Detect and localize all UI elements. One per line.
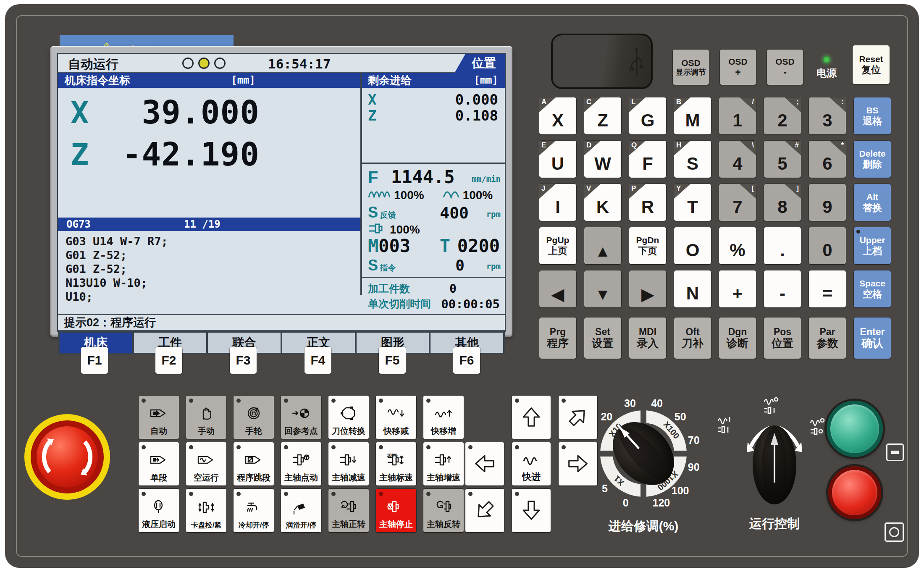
key-s[interactable]: SH (674, 141, 711, 178)
key-alt[interactable]: Alt替换 (854, 184, 891, 221)
arrow-left-key[interactable] (465, 442, 504, 485)
fn-key-enter[interactable]: Enter确认 (854, 317, 891, 359)
function-key-f6[interactable]: F6 (453, 347, 480, 374)
single-block-button[interactable]: 单段 (139, 442, 179, 485)
key-symbol[interactable]: = (809, 270, 846, 307)
key-cursor-down[interactable]: ▼ (584, 270, 621, 307)
key-o[interactable]: O (674, 227, 711, 264)
function-key-f5[interactable]: F5 (379, 347, 406, 374)
function-key-f4[interactable]: F4 (304, 347, 331, 374)
handwheel-button[interactable]: 手轮 (234, 396, 274, 439)
key-delete[interactable]: Delete删除 (854, 141, 891, 178)
function-key-f2[interactable]: F2 (155, 347, 182, 374)
key-upper[interactable]: Upper上档 (854, 227, 891, 264)
key-symbol[interactable]: % (719, 227, 756, 264)
spindle-100-icon: 100% (387, 442, 405, 472)
key-g[interactable]: GL (629, 97, 666, 134)
key-5[interactable]: 5# (764, 141, 801, 178)
red-button[interactable] (828, 466, 881, 519)
spindle-cw-button[interactable]: 主轴正转 (328, 489, 369, 532)
arrow-down-left-key[interactable] (465, 489, 504, 532)
emergency-stop-button[interactable] (22, 412, 113, 502)
arrow-down-key[interactable] (512, 489, 551, 532)
spindle-decrease-button[interactable]: 主轴减速 (328, 442, 369, 485)
key-w[interactable]: WD (584, 141, 621, 178)
usb-port-cover[interactable] (551, 34, 653, 89)
function-key-f3[interactable]: F3 (230, 347, 257, 374)
key-k[interactable]: KV (584, 184, 621, 221)
fn-key-prg[interactable]: Prg程序 (539, 317, 576, 359)
arrow-right-key[interactable] (559, 442, 597, 485)
spindle-ccw-button[interactable]: 主轴反转 (423, 489, 464, 532)
fn-key-mdi[interactable]: MDI录入 (629, 317, 666, 359)
key-u[interactable]: UE (539, 141, 576, 178)
key-m[interactable]: MB (674, 97, 711, 134)
key-cursor-up[interactable]: ▲ (584, 227, 621, 264)
key-symbol[interactable]: + (719, 270, 756, 307)
fn-key-set[interactable]: Set设置 (584, 317, 621, 359)
spindle-jog-button[interactable]: 主轴点动 (281, 442, 321, 485)
key-main-char: - (764, 270, 801, 307)
key-pgup[interactable]: PgUp上页 (539, 227, 576, 264)
key-bs[interactable]: BS退格 (854, 97, 891, 134)
key-f[interactable]: FQ (629, 141, 666, 178)
key-pgdn[interactable]: PgDn下页 (629, 227, 666, 264)
osd-key-adjust[interactable]: OSD显示调节 (673, 50, 709, 85)
fn-key-dgn[interactable]: Dgn诊断 (719, 317, 756, 359)
button-led (189, 399, 193, 403)
key-symbol[interactable]: - (764, 270, 801, 307)
spindle-increase-button[interactable]: 主轴增速 (423, 442, 464, 485)
feed-override-dial[interactable]: 05203040507090100120X10X100X1X1000进给修调(%… (585, 397, 702, 535)
key-x[interactable]: XA (539, 97, 576, 134)
osd-key-minus[interactable]: OSD- (767, 50, 803, 85)
spindle-100-button[interactable]: 100%主轴标速 (376, 442, 416, 485)
arrow-up-right-key[interactable] (559, 396, 597, 439)
program-line: G01 Z-52; (66, 248, 360, 262)
key-z[interactable]: ZC (584, 97, 621, 134)
power-led (823, 56, 830, 63)
lubrication-button[interactable]: 润滑开/停 (281, 489, 321, 532)
key-2[interactable]: 2; (764, 97, 801, 134)
reset-key[interactable]: Reset 复位 (853, 45, 890, 84)
green-button[interactable] (827, 401, 883, 457)
block-skip-button[interactable]: 程序跳段 (234, 442, 274, 485)
status-circle-2-on (198, 58, 210, 69)
key-r[interactable]: RP (629, 184, 666, 221)
hand-button[interactable]: 手动 (186, 396, 226, 439)
key-4[interactable]: 4\ (719, 141, 756, 178)
key-t[interactable]: TY (674, 184, 711, 221)
key-cursor-left[interactable]: ◀ (539, 270, 576, 307)
hydraulic-button[interactable]: 液压启动 (139, 489, 179, 532)
key-main-char: . (764, 227, 801, 264)
coolant-button[interactable]: 冷却开/停 (234, 489, 274, 532)
key-space[interactable]: Space空格 (854, 270, 891, 307)
key-n[interactable]: N (674, 270, 711, 307)
spindle-stop-button[interactable]: 主轴停止 (376, 489, 416, 532)
turret-button[interactable]: 刀位转换 (328, 396, 369, 439)
ref-point-button[interactable]: 回参考点 (281, 396, 321, 439)
dry-run-button[interactable]: 空运行 (186, 442, 226, 485)
function-key-f1[interactable]: F1 (81, 347, 108, 374)
key-3[interactable]: 3: (809, 97, 846, 134)
chuck-button[interactable]: 卡盘松/紧 (186, 489, 226, 532)
spindle-letter: S (368, 257, 378, 274)
osd-key-plus[interactable]: OSD+ (720, 50, 756, 85)
fn-key-par[interactable]: Par参数 (809, 317, 846, 359)
rapid-feed-key[interactable]: 快进 (512, 442, 551, 485)
run-control-dial[interactable]: 运行控制 (711, 393, 837, 535)
key-i[interactable]: IJ (539, 184, 576, 221)
key-symbol[interactable]: . (764, 227, 801, 264)
key-0[interactable]: 0 (809, 227, 846, 264)
key-6[interactable]: 6* (809, 141, 846, 178)
fn-key-pos[interactable]: Pos位置 (764, 317, 801, 359)
key-9[interactable]: 9 (809, 184, 846, 221)
key-7[interactable]: 7[ (719, 184, 756, 221)
rapid-increase-button[interactable]: 快移增 (423, 396, 464, 439)
rapid-decrease-button[interactable]: 快移减 (376, 396, 416, 439)
key-cursor-right[interactable]: ▶ (629, 270, 666, 307)
key-8[interactable]: 8] (764, 184, 801, 221)
fn-key-oft[interactable]: Oft刀补 (674, 317, 711, 359)
arrow-up-key[interactable] (512, 396, 551, 439)
key-1[interactable]: 1/ (719, 97, 756, 134)
auto-button[interactable]: 自动 (139, 396, 179, 439)
